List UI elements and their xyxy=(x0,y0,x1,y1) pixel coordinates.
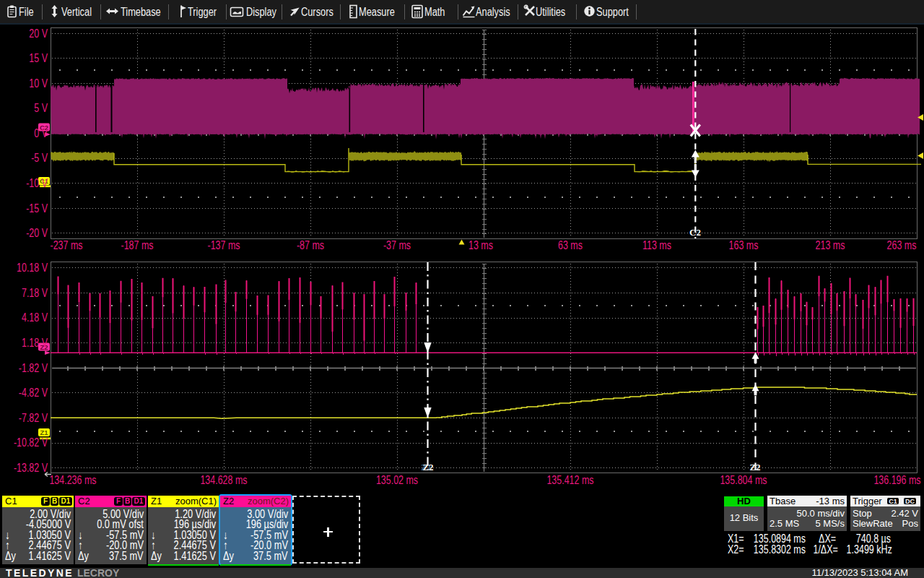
svg-text:13 ms: 13 ms xyxy=(468,239,493,252)
svg-text:-10.82 V: -10.82 V xyxy=(14,436,48,449)
svg-text:-237 ms: -237 ms xyxy=(50,239,82,252)
svg-text:15 V: 15 V xyxy=(29,52,48,65)
svg-text:Z1: Z1 xyxy=(40,428,48,436)
svg-text:134.236 ms: 134.236 ms xyxy=(49,474,96,487)
svg-text:1.18 V: 1.18 V xyxy=(22,336,48,349)
svg-text:134.628 ms: 134.628 ms xyxy=(200,474,247,487)
svg-text:-15 V: -15 V xyxy=(26,202,48,215)
svg-text:213 ms: 213 ms xyxy=(816,239,845,252)
svg-text:-137 ms: -137 ms xyxy=(207,239,240,252)
svg-text:10.18 V: 10.18 V xyxy=(17,262,48,275)
svg-text:263 ms: 263 ms xyxy=(887,239,917,252)
svg-text:7.18 V: 7.18 V xyxy=(22,286,48,299)
svg-text:-1.82 V: -1.82 V xyxy=(19,361,48,374)
svg-text:20 V: 20 V xyxy=(29,27,48,40)
svg-text:-4.82 V: -4.82 V xyxy=(19,387,48,400)
svg-text:-37 ms: -37 ms xyxy=(383,239,411,252)
svg-text:-187 ms: -187 ms xyxy=(121,239,153,252)
svg-text:5 V: 5 V xyxy=(34,102,48,115)
svg-text:10 V: 10 V xyxy=(29,77,48,90)
svg-text:-20 V: -20 V xyxy=(26,227,48,240)
svg-text:-10 V: -10 V xyxy=(26,177,48,190)
svg-text:136.196 ms: 136.196 ms xyxy=(873,474,920,487)
svg-text:0 V: 0 V xyxy=(34,126,48,139)
svg-text:135.02 ms: 135.02 ms xyxy=(376,474,418,487)
svg-text:C2: C2 xyxy=(689,227,701,238)
svg-text:113 ms: 113 ms xyxy=(642,239,671,252)
svg-text:-7.82 V: -7.82 V xyxy=(19,411,48,424)
svg-text:-87 ms: -87 ms xyxy=(297,239,324,252)
svg-text:63 ms: 63 ms xyxy=(558,239,583,252)
svg-text:-13.82 V: -13.82 V xyxy=(14,461,48,474)
svg-text:163 ms: 163 ms xyxy=(729,239,759,252)
svg-text:Z2: Z2 xyxy=(749,462,760,473)
svg-text:135.412 ms: 135.412 ms xyxy=(546,474,593,487)
svg-text:135.804 ms: 135.804 ms xyxy=(720,474,767,487)
svg-text:-5 V: -5 V xyxy=(31,152,48,165)
svg-text:Z2: Z2 xyxy=(422,462,433,473)
svg-text:4.18 V: 4.18 V xyxy=(22,311,48,324)
